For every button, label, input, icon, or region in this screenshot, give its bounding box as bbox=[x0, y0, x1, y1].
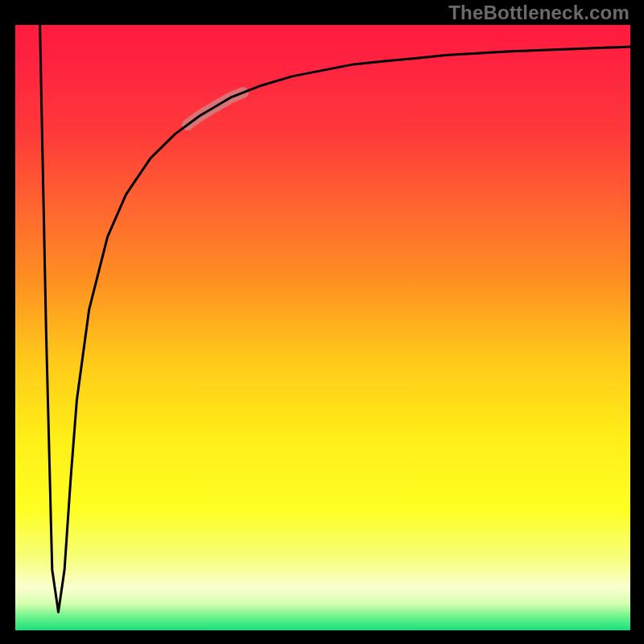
watermark-text: TheBottleneck.com bbox=[448, 2, 630, 24]
plot-svg bbox=[15, 25, 630, 630]
chart-frame: TheBottleneck.com bbox=[0, 0, 644, 644]
plot-area bbox=[15, 25, 630, 630]
gradient-background bbox=[15, 25, 630, 630]
